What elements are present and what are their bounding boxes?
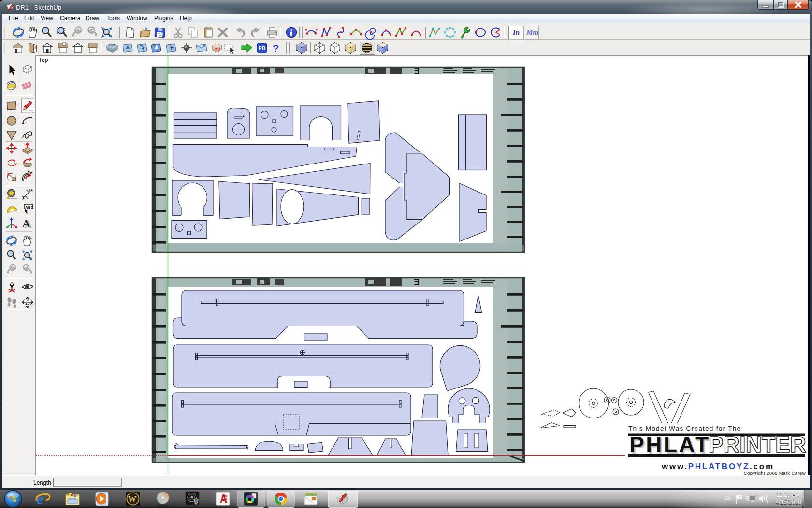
svg-text:Mm: Mm [526,29,538,36]
svg-text:Pivelos: Pivelos [158,504,168,507]
svg-text:ABC: ABC [25,205,34,209]
svg-text:W: W [128,494,136,504]
svg-text:PB: PB [215,47,221,52]
svg-text:PB: PB [259,45,266,51]
svg-text:In: In [512,29,520,36]
svg-text:?: ? [273,43,279,55]
svg-text:e: e [37,491,43,507]
svg-text:A: A [24,218,32,230]
svg-text:10: 10 [224,497,228,500]
svg-text:A-S: A-S [25,302,31,306]
svg-text:C: C [27,299,29,302]
